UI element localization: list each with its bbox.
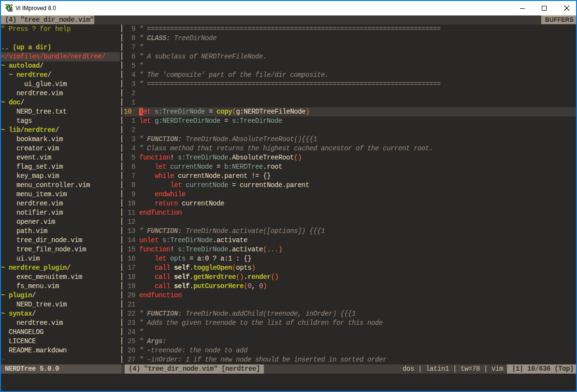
svg-text:im: im <box>9 9 13 12</box>
